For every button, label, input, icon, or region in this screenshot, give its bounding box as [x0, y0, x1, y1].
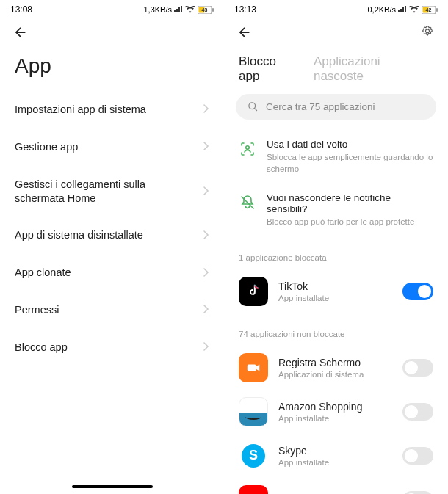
settings-item-permissions[interactable]: Permessi	[0, 291, 224, 329]
back-button[interactable]	[236, 23, 253, 41]
toggle-tiktok[interactable]	[402, 283, 433, 300]
face-icon	[239, 140, 256, 158]
svg-point-8	[426, 29, 430, 33]
app-name: Registra Schermo	[278, 357, 392, 368]
header	[0, 16, 224, 44]
status-speed: 0,2KB/s	[367, 5, 396, 14]
settings-item-manage-apps[interactable]: Gestione app	[0, 128, 224, 166]
settings-item-label: App clonate	[15, 266, 71, 280]
app-icon-youtube	[239, 485, 268, 494]
settings-item-label: Gestisci i collegamenti sulla schermata …	[15, 178, 191, 206]
app-icon-amazon	[239, 397, 268, 426]
app-row-amazon: Amazon Shopping App installate	[224, 390, 448, 434]
status-time: 13:13	[234, 4, 256, 15]
back-button[interactable]	[12, 23, 29, 41]
feature-face-unlock[interactable]: Usa i dati del volto Sblocca le app semp…	[224, 130, 448, 184]
svg-rect-6	[436, 8, 438, 12]
bell-off-icon	[239, 194, 256, 211]
tabs: Blocco app Applicazioni nascoste	[224, 44, 448, 94]
battery-icon: 43	[198, 6, 214, 14]
status-bar: 13:08 1,3KB/s 43	[0, 0, 224, 16]
toggle-skype[interactable]	[402, 447, 433, 465]
svg-rect-2	[212, 8, 214, 12]
toggle-amazon[interactable]	[402, 403, 433, 421]
section-header-unlocked: 74 applicazioni non bloccate	[224, 313, 448, 346]
app-name: Amazon Shopping	[278, 401, 392, 413]
app-sub: Applicazioni di sistema	[278, 370, 392, 379]
status-indicators: 1,3KB/s 43	[143, 5, 214, 14]
feature-hide-notifications[interactable]: Vuoi nascondere le notifiche sensibili? …	[224, 184, 448, 237]
gear-icon	[420, 25, 435, 40]
settings-item-label: Gestione app	[15, 140, 78, 154]
svg-text:43: 43	[202, 7, 208, 12]
toggle-youtube[interactable]	[402, 491, 433, 494]
arrow-left-icon	[12, 24, 29, 40]
settings-item-uninstalled-system-apps[interactable]: App di sistema disinstallate	[0, 217, 224, 254]
settings-item-app-lock[interactable]: Blocco app	[0, 329, 224, 366]
status-time: 13:08	[10, 4, 32, 15]
app-row-skype: S Skype App installate	[224, 434, 448, 478]
feature-title: Vuoi nascondere le notifiche sensibili?	[267, 192, 433, 214]
header	[224, 16, 448, 44]
chevron-right-icon	[203, 266, 209, 280]
settings-item-dual-apps[interactable]: App clonate	[0, 254, 224, 291]
wifi-icon	[409, 6, 419, 13]
svg-text:42: 42	[426, 7, 432, 12]
settings-button[interactable]	[419, 23, 436, 41]
feature-subtitle: Blocco app può farlo per le app protette	[267, 217, 433, 228]
chevron-right-icon	[203, 303, 209, 316]
app-sub: App installate	[278, 294, 392, 302]
svg-point-10	[246, 146, 249, 149]
arrow-left-icon	[236, 24, 253, 40]
chevron-right-icon	[203, 140, 209, 153]
settings-item-label: Impostazioni app di sistema	[15, 103, 146, 117]
status-speed: 1,3KB/s	[143, 5, 172, 14]
tab-app-lock[interactable]: Blocco app	[239, 54, 300, 84]
chevron-right-icon	[203, 341, 209, 354]
section-header-locked: 1 applicazione bloccata	[224, 237, 448, 269]
status-indicators: 0,2KB/s 42	[367, 5, 438, 14]
settings-item-label: Permessi	[15, 303, 59, 317]
chevron-right-icon	[203, 229, 209, 242]
app-name: TikTok	[278, 280, 392, 292]
feature-subtitle: Sblocca le app semplicemente guardando l…	[267, 152, 433, 175]
signal-icon	[174, 6, 183, 13]
status-bar: 13:13 0,2KB/s 42	[224, 0, 448, 16]
screen-app-settings: 13:08 1,3KB/s 43 App Impostazioni app di…	[0, 0, 224, 494]
settings-item-system-app-settings[interactable]: Impostazioni app di sistema	[0, 91, 224, 128]
settings-list: Impostazioni app di sistema Gestione app…	[0, 91, 224, 366]
chevron-right-icon	[203, 103, 209, 116]
settings-item-label: Blocco app	[15, 341, 68, 355]
tab-hidden-apps[interactable]: Applicazioni nascoste	[314, 54, 433, 84]
app-row-youtube: YouTube	[224, 478, 448, 494]
wifi-icon	[185, 6, 195, 13]
chevron-right-icon	[203, 185, 209, 198]
feature-title: Usa i dati del volto	[267, 139, 433, 150]
settings-item-homescreen-shortcuts[interactable]: Gestisci i collegamenti sulla schermata …	[0, 166, 224, 217]
app-name: Skype	[278, 445, 392, 457]
toggle-screen-recorder[interactable]	[402, 359, 433, 377]
settings-item-label: App di sistema disinstallate	[15, 228, 143, 242]
page-title: App	[0, 44, 224, 91]
search-icon	[248, 101, 259, 112]
app-icon-skype: S	[239, 441, 268, 471]
signal-icon	[398, 6, 407, 13]
search-placeholder: Cerca tra 75 applicazioni	[266, 101, 375, 112]
nav-pill[interactable]	[72, 485, 153, 488]
app-icon-tiktok	[239, 277, 268, 306]
app-sub: App installate	[278, 458, 392, 467]
battery-icon: 42	[422, 6, 438, 14]
app-row-screen-recorder: Registra Schermo Applicazioni di sistema	[224, 346, 448, 390]
search-input[interactable]: Cerca tra 75 applicazioni	[236, 94, 436, 120]
svg-rect-11	[248, 364, 256, 371]
app-sub: App installate	[278, 414, 392, 423]
app-icon-screen-recorder	[239, 353, 268, 382]
app-row-tiktok: TikTok App installate	[224, 269, 448, 313]
screen-app-lock: 13:13 0,2KB/s 42 Blocco app Applicazioni…	[224, 0, 448, 494]
